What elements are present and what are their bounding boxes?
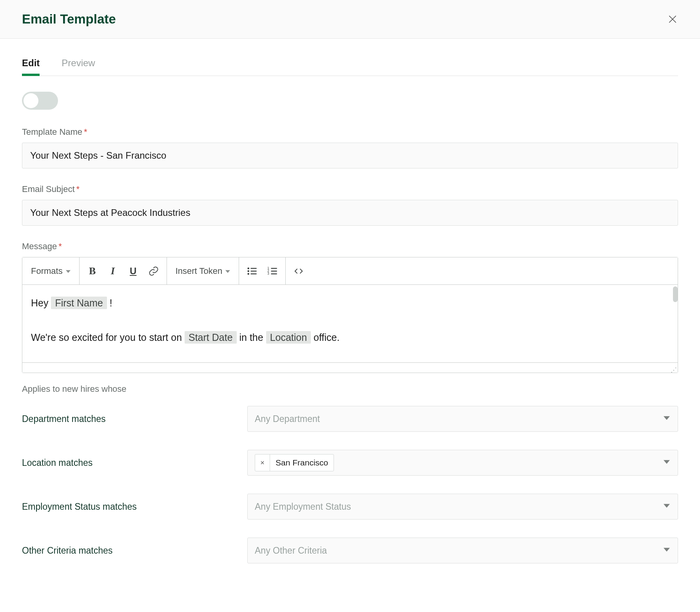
resize-handle[interactable]: ⋰ — [671, 369, 676, 372]
chip-label: San Francisco — [270, 458, 334, 467]
tab-preview[interactable]: Preview — [62, 58, 95, 76]
email-subject-label-text: Email Subject — [22, 184, 75, 194]
message-label-text: Message — [22, 241, 57, 252]
template-name-label: Template Name * — [22, 127, 678, 137]
svg-point-6 — [247, 273, 249, 275]
department-placeholder: Any Department — [255, 414, 320, 424]
chevron-down-icon — [664, 459, 670, 467]
link-button[interactable] — [146, 264, 161, 279]
text-segment: Hey — [31, 297, 51, 308]
enable-toggle[interactable] — [22, 92, 58, 110]
applies-to-label: Applies to new hires whose — [22, 384, 678, 394]
svg-text:3: 3 — [267, 272, 269, 275]
criteria-employment-status-row: Employment Status matches Any Employment… — [22, 494, 678, 520]
formats-label: Formats — [31, 266, 63, 276]
text-segment: We're so excited for you to start on — [31, 332, 185, 343]
message-line-1: Hey First Name ! — [31, 294, 669, 311]
department-select[interactable]: Any Department — [247, 406, 678, 432]
required-asterisk: * — [76, 184, 80, 194]
department-matches-label: Department matches — [22, 414, 247, 424]
criteria-other-row: Other Criteria matches Any Other Criteri… — [22, 538, 678, 563]
tab-edit[interactable]: Edit — [22, 58, 40, 76]
location-matches-label: Location matches — [22, 458, 247, 468]
svg-point-4 — [247, 270, 249, 272]
bullet-list-icon — [247, 266, 258, 277]
code-view-button[interactable] — [291, 264, 306, 279]
blank-line — [31, 311, 669, 329]
chevron-down-icon — [66, 266, 71, 276]
text-segment: in the — [239, 332, 266, 343]
token-location[interactable]: Location — [266, 331, 311, 344]
svg-point-2 — [247, 267, 249, 269]
underline-button[interactable]: U — [126, 264, 141, 279]
bold-button[interactable]: B — [85, 264, 100, 279]
location-chip: × San Francisco — [255, 454, 334, 471]
template-name-input[interactable] — [22, 143, 678, 168]
formats-dropdown[interactable]: Formats — [28, 264, 74, 279]
employment-status-placeholder: Any Employment Status — [255, 502, 351, 512]
italic-icon: I — [111, 265, 115, 277]
email-subject-label: Email Subject * — [22, 184, 678, 194]
page-title: Email Template — [22, 12, 116, 27]
editor-toolbar: Formats B I U Insert Token — [22, 257, 678, 285]
text-segment: office. — [314, 332, 339, 343]
criteria-location-row: Location matches × San Francisco — [22, 450, 678, 476]
numbered-list-button[interactable]: 123 — [265, 264, 280, 279]
bold-icon: B — [89, 265, 96, 277]
chevron-down-icon — [664, 415, 670, 423]
text-segment: ! — [110, 297, 112, 308]
toggle-knob — [24, 93, 38, 108]
token-start-date[interactable]: Start Date — [185, 331, 237, 344]
scrollbar-thumb[interactable] — [673, 286, 678, 302]
chevron-down-icon — [664, 547, 670, 554]
italic-button[interactable]: I — [105, 264, 120, 279]
criteria-department-row: Department matches Any Department — [22, 406, 678, 432]
link-icon — [148, 266, 159, 277]
chevron-down-icon — [225, 266, 230, 276]
message-line-2: We're so excited for you to start on Sta… — [31, 329, 669, 346]
editor-footer: ⋰ — [22, 362, 678, 373]
required-asterisk: * — [58, 241, 62, 252]
chevron-down-icon — [664, 503, 670, 511]
underline-icon: U — [130, 266, 136, 277]
token-first-name[interactable]: First Name — [51, 297, 107, 309]
close-icon[interactable] — [667, 14, 678, 25]
other-criteria-select[interactable]: Any Other Criteria — [247, 538, 678, 563]
required-asterisk: * — [84, 127, 87, 137]
employment-status-select[interactable]: Any Employment Status — [247, 494, 678, 520]
email-subject-input[interactable] — [22, 200, 678, 226]
code-icon — [293, 266, 304, 277]
numbered-list-icon: 123 — [267, 266, 278, 277]
insert-token-label: Insert Token — [176, 266, 222, 276]
other-criteria-matches-label: Other Criteria matches — [22, 545, 247, 556]
message-editor: Formats B I U Insert Token — [22, 257, 678, 373]
chip-remove-icon[interactable]: × — [255, 454, 270, 471]
tab-bar: Edit Preview — [22, 58, 678, 76]
location-select[interactable]: × San Francisco — [247, 450, 678, 476]
employment-status-matches-label: Employment Status matches — [22, 502, 247, 512]
insert-token-dropdown[interactable]: Insert Token — [172, 264, 233, 279]
message-body[interactable]: Hey First Name ! We're so excited for yo… — [22, 285, 678, 362]
modal-header: Email Template — [0, 0, 700, 39]
template-name-label-text: Template Name — [22, 127, 82, 137]
message-label: Message * — [22, 241, 678, 252]
other-criteria-placeholder: Any Other Criteria — [255, 545, 327, 556]
bullet-list-button[interactable] — [245, 264, 259, 279]
